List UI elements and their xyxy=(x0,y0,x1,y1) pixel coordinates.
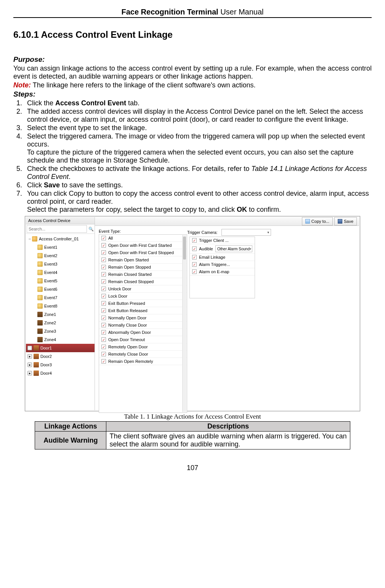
expand-icon[interactable]: ▸ xyxy=(27,371,32,375)
linkage-label: Alarm on E-map xyxy=(199,269,233,274)
app-screenshot: Access Control Device 🔍 −Access Controll… xyxy=(25,216,360,411)
linkage-list[interactable]: ✓Trigger Client ...✓Audible WarningOther… xyxy=(189,237,255,298)
tree-item[interactable]: Event6 xyxy=(26,285,95,293)
checkbox[interactable]: ✓ xyxy=(192,255,197,259)
tree-item[interactable]: Event4 xyxy=(26,268,95,277)
checkbox[interactable]: ✓ xyxy=(101,301,106,306)
tree-item[interactable]: Zone1 xyxy=(26,310,95,319)
linkage-combo[interactable]: Other Alarm Sound▾ xyxy=(215,245,252,252)
trigger-camera-combo[interactable]: ▼ xyxy=(221,229,271,236)
event-type-row[interactable]: ✓All xyxy=(99,235,187,242)
zone-icon xyxy=(37,337,43,342)
copy-to-button[interactable]: Copy to... xyxy=(302,217,333,226)
checkbox[interactable]: ✓ xyxy=(101,250,106,255)
linkage-row[interactable]: ✓Alarm on E-map xyxy=(190,268,255,275)
tree-item[interactable]: Zone2 xyxy=(26,319,95,327)
event-type-row[interactable]: ✓Remain Open Remotely xyxy=(99,358,187,365)
evt-icon xyxy=(37,261,43,267)
tree-item-door[interactable]: ▸Door1 xyxy=(26,344,95,352)
checkbox[interactable]: ✓ xyxy=(101,330,106,335)
search-input[interactable] xyxy=(27,225,87,233)
device-tree[interactable]: −Access Controller_01Event1Event2Event3E… xyxy=(26,234,95,410)
checkbox[interactable]: ✓ xyxy=(101,287,106,291)
event-type-label-text: Unlock Door xyxy=(108,287,132,291)
tree-item[interactable]: Zone4 xyxy=(26,335,95,344)
event-type-label-text: Remain Open Stopped xyxy=(108,265,151,269)
tree-item-door[interactable]: ▸Door3 xyxy=(26,361,95,369)
checkbox[interactable]: ✓ xyxy=(192,238,197,243)
tree-item[interactable]: Event3 xyxy=(26,260,95,268)
tree-item[interactable]: Event1 xyxy=(26,243,95,251)
tree-item[interactable]: Event5 xyxy=(26,277,95,285)
event-type-row[interactable]: ✓Unlock Door xyxy=(99,285,187,293)
tree-item-label: Door3 xyxy=(40,362,52,367)
event-type-label-text: Normally Open Door xyxy=(108,316,146,320)
header-rest: User Manual xyxy=(218,8,264,16)
checkbox[interactable]: ✓ xyxy=(101,236,106,240)
event-type-row[interactable]: ✓Abnormally Open Door xyxy=(99,329,187,336)
tree-item-label: Event6 xyxy=(44,287,57,292)
checkbox[interactable]: ✓ xyxy=(101,316,106,320)
checkbox[interactable]: ✓ xyxy=(101,337,106,342)
checkbox[interactable]: ✓ xyxy=(192,246,197,251)
event-type-row[interactable]: ✓Normally Open Door xyxy=(99,314,187,322)
linkage-row[interactable]: ✓Email Linkage xyxy=(190,254,255,261)
event-type-row[interactable]: ✓Exit Button Pressed xyxy=(99,300,187,307)
copy-icon xyxy=(305,219,310,224)
checkbox[interactable]: ✓ xyxy=(101,265,106,269)
tree-item-label: Zone2 xyxy=(44,321,56,325)
event-type-row[interactable]: ✓Remotely Close Door xyxy=(99,351,187,358)
save-button[interactable]: Save xyxy=(334,217,357,226)
event-type-row[interactable]: ✓Exit Button Released xyxy=(99,307,187,314)
event-type-row[interactable]: ✓Open Door with First Card Started xyxy=(99,242,187,249)
table-cell-desc: The client software gives an audible war… xyxy=(106,432,350,449)
expand-icon[interactable]: ▸ xyxy=(27,354,32,359)
zone-icon xyxy=(37,320,43,325)
event-type-row[interactable]: ✓Remain Open Stopped xyxy=(99,264,187,271)
tree-item-label: Event5 xyxy=(44,279,57,283)
event-type-list[interactable]: ✓All✓Open Door with First Card Started✓O… xyxy=(99,234,187,413)
purpose-label: Purpose: xyxy=(13,55,45,63)
checkbox[interactable]: ✓ xyxy=(101,352,106,356)
checkbox[interactable]: ✓ xyxy=(101,345,106,349)
event-type-row[interactable]: ✓Open Door Timeout xyxy=(99,336,187,343)
tree-item[interactable]: Zone3 xyxy=(26,327,95,335)
event-type-row[interactable]: ✓Remain Open Started xyxy=(99,256,187,264)
expand-icon[interactable]: ▸ xyxy=(27,362,32,367)
linkage-combo-value: Other Alarm Sound xyxy=(217,247,250,251)
checkbox[interactable]: ✓ xyxy=(101,258,106,262)
event-type-row[interactable]: ✓Normally Close Door xyxy=(99,322,187,329)
linkage-row[interactable]: ✓Trigger Client ... xyxy=(190,237,255,244)
tree-item[interactable]: Event8 xyxy=(26,302,95,310)
checkbox[interactable]: ✓ xyxy=(101,294,106,298)
event-type-scrollbar[interactable] xyxy=(182,235,186,412)
event-type-row[interactable]: ✓Remain Closed Started xyxy=(99,271,187,278)
checkbox[interactable]: ✓ xyxy=(192,269,197,274)
checkbox[interactable]: ✓ xyxy=(101,359,106,364)
checkbox[interactable]: ✓ xyxy=(101,323,106,327)
checkbox[interactable]: ✓ xyxy=(101,272,106,277)
checkbox[interactable]: ✓ xyxy=(101,243,106,248)
event-type-row[interactable]: ✓Remotely Open Door xyxy=(99,343,187,351)
tree-item-label: Access Controller_01 xyxy=(39,237,79,241)
checkbox[interactable]: ✓ xyxy=(192,262,197,267)
event-type-label-text: Open Door with First Card Started xyxy=(108,243,172,248)
evt-icon xyxy=(37,287,43,292)
search-icon[interactable]: 🔍 xyxy=(88,224,95,234)
tree-item[interactable]: Event2 xyxy=(26,251,95,260)
tree-item-door[interactable]: ▸Door2 xyxy=(26,352,95,361)
event-type-row[interactable]: ✓Open Door with First Card Stopped xyxy=(99,249,187,256)
expand-icon[interactable]: ▸ xyxy=(27,346,32,350)
checkbox[interactable]: ✓ xyxy=(101,308,106,313)
tree-item[interactable]: −Access Controller_01 xyxy=(26,235,95,243)
event-type-row[interactable]: ✓Lock Door xyxy=(99,293,187,300)
tree-item-door[interactable]: ▸Door4 xyxy=(26,369,95,377)
checkbox[interactable]: ✓ xyxy=(101,279,106,284)
note-text: The linkage here refers to the linkage o… xyxy=(31,81,255,89)
event-type-label-text: Exit Button Pressed xyxy=(108,301,145,306)
linkage-row[interactable]: ✓Audible WarningOther Alarm Sound▾ xyxy=(190,244,255,254)
linkage-row[interactable]: ✓Alarm Triggere... xyxy=(190,261,255,268)
tree-item[interactable]: Event7 xyxy=(26,293,95,302)
linkage-label: Audible Warning xyxy=(199,246,213,251)
event-type-row[interactable]: ✓Remain Closed Stopped xyxy=(99,278,187,285)
